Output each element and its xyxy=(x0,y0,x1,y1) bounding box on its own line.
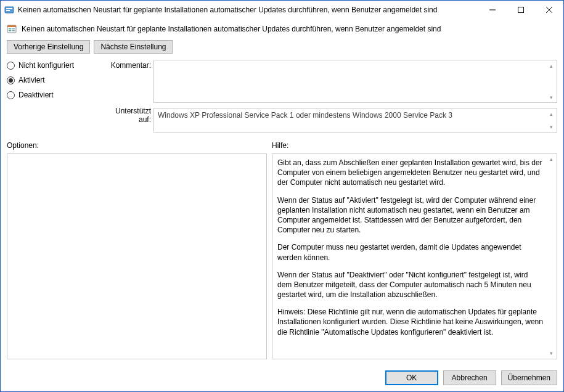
help-paragraph: Wenn der Status auf "Aktiviert" festgele… xyxy=(277,195,543,235)
scroll-up-icon[interactable]: ▴ xyxy=(547,155,555,163)
svg-rect-10 xyxy=(9,30,11,31)
apply-button[interactable]: Übernehmen xyxy=(501,370,557,385)
maximize-button[interactable] xyxy=(507,1,535,19)
content-area: Keinen automatischen Neustart für geplan… xyxy=(1,19,563,391)
comment-field[interactable]: ▴ ▾ xyxy=(153,60,557,103)
panes: Gibt an, dass zum Abschließen einer gepl… xyxy=(1,153,563,365)
radio-icon xyxy=(7,76,15,84)
section-labels: Optionen: Hilfe: xyxy=(1,133,563,153)
window-controls xyxy=(478,1,563,19)
previous-setting-button[interactable]: Vorherige Einstellung xyxy=(7,40,90,54)
cancel-button[interactable]: Abbrechen xyxy=(443,370,496,385)
radio-label: Aktiviert xyxy=(18,76,45,84)
svg-rect-12 xyxy=(12,30,15,31)
scroll-down-icon[interactable]: ▾ xyxy=(547,123,555,131)
help-paragraph: Gibt an, dass zum Abschließen einer gepl… xyxy=(277,158,543,188)
titlebar: Keinen automatischen Neustart für geplan… xyxy=(1,1,563,19)
comment-label: Kommentar: xyxy=(105,61,151,70)
svg-rect-8 xyxy=(7,25,16,27)
svg-rect-9 xyxy=(9,28,11,30)
help-paragraph: Wenn der Status auf "Deaktiviert" oder "… xyxy=(277,270,543,300)
state-radio-group: Nicht konfiguriert Aktiviert Deaktiviert xyxy=(7,60,102,133)
svg-rect-4 xyxy=(518,7,524,13)
minimize-button[interactable] xyxy=(478,1,507,19)
header-row: Keinen automatischen Neustart für geplan… xyxy=(1,19,563,38)
radio-icon xyxy=(7,62,15,70)
svg-rect-2 xyxy=(6,10,10,11)
help-paragraph: Der Computer muss neu gestartet werden, … xyxy=(277,242,543,262)
scroll-down-icon[interactable]: ▾ xyxy=(547,93,555,101)
policy-editor-window: Keinen automatischen Neustart für geplan… xyxy=(0,0,564,392)
svg-rect-1 xyxy=(6,8,12,9)
window-title: Keinen automatischen Neustart für geplan… xyxy=(18,6,478,14)
supported-label: Unterstützt auf: xyxy=(105,107,151,124)
next-setting-button[interactable]: Nächste Einstellung xyxy=(94,40,173,54)
radio-label: Nicht konfiguriert xyxy=(18,61,74,70)
radio-label: Deaktiviert xyxy=(18,91,54,99)
svg-rect-11 xyxy=(12,28,15,30)
ok-button[interactable]: OK xyxy=(385,370,438,385)
scroll-up-icon[interactable]: ▴ xyxy=(547,110,555,118)
radio-disabled[interactable]: Deaktiviert xyxy=(7,91,102,99)
field-column: ▴ ▾ Windows XP Professional Service Pack… xyxy=(153,60,557,133)
nav-row: Vorherige Einstellung Nächste Einstellun… xyxy=(1,38,563,60)
options-label: Optionen: xyxy=(7,141,272,150)
radio-icon xyxy=(7,91,15,99)
scroll-down-icon[interactable]: ▾ xyxy=(547,349,555,357)
radio-not-configured[interactable]: Nicht konfiguriert xyxy=(7,61,102,70)
help-label: Hilfe: xyxy=(272,141,288,150)
options-pane xyxy=(7,153,267,359)
policy-title: Keinen automatischen Neustart für geplan… xyxy=(22,25,441,33)
supported-value: Windows XP Professional Service Pack 1 o… xyxy=(158,111,452,120)
radio-enabled[interactable]: Aktiviert xyxy=(7,76,102,84)
help-paragraph: Hinweis: Diese Richtlinie gilt nur, wenn… xyxy=(277,307,543,337)
close-button[interactable] xyxy=(535,1,563,19)
footer: OK Abbrechen Übernehmen xyxy=(1,365,563,391)
scroll-up-icon[interactable]: ▴ xyxy=(547,62,555,70)
help-pane: Gibt an, dass zum Abschließen einer gepl… xyxy=(272,153,557,359)
app-icon xyxy=(4,5,14,15)
label-column: Kommentar: Unterstützt auf: xyxy=(105,60,151,133)
policy-icon xyxy=(7,24,17,34)
config-grid: Nicht konfiguriert Aktiviert Deaktiviert… xyxy=(1,60,563,133)
supported-on-field: Windows XP Professional Service Pack 1 o… xyxy=(153,108,557,133)
